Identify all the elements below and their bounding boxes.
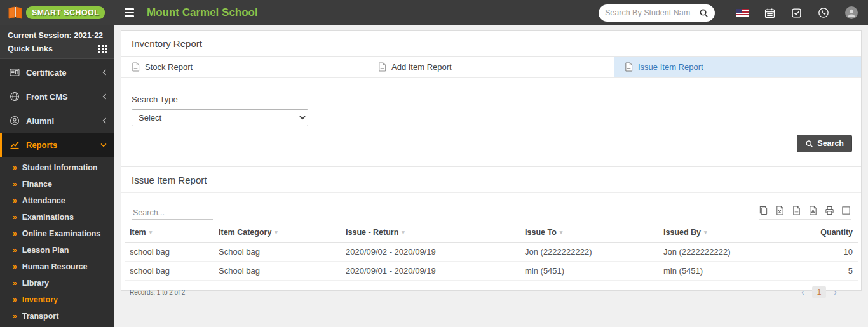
- cell-item-category: School bag: [214, 262, 341, 281]
- menu-label: Front CMS: [26, 92, 68, 102]
- search-icon: [805, 140, 813, 148]
- col-header-issue-return[interactable]: Issue - Return▾: [341, 222, 520, 243]
- double-arrow-icon: »: [13, 180, 17, 189]
- document-icon: [378, 62, 386, 72]
- tab-add-item-report[interactable]: Add Item Report: [368, 57, 614, 77]
- calendar-icon[interactable]: [764, 8, 775, 18]
- logo-brand: SMART SCHOOL: [26, 6, 105, 19]
- col-header-quantity[interactable]: Quantity: [785, 222, 858, 243]
- sidebar-subitem-online-examinations[interactable]: » Online Examinations: [0, 225, 114, 242]
- search-button[interactable]: Search: [797, 135, 852, 152]
- tab-label: Add Item Report: [391, 62, 452, 72]
- pagination-next[interactable]: ›: [834, 287, 837, 297]
- cell-quantity: 5: [785, 262, 858, 281]
- pagination-prev[interactable]: ‹: [801, 287, 804, 297]
- grid-icon: [98, 45, 107, 53]
- quick-links[interactable]: Quick Links: [8, 44, 107, 53]
- excel-icon[interactable]: [775, 206, 785, 215]
- search-icon[interactable]: [699, 8, 709, 18]
- chevron-down-icon: [100, 143, 107, 147]
- sidebar-item-front-cms[interactable]: Front CMS: [0, 84, 114, 109]
- chevron-left-icon: [102, 93, 107, 100]
- school-name: Mount Carmel School: [147, 6, 258, 19]
- cell-issue-to: min (5451): [520, 262, 658, 281]
- tab-stock-report[interactable]: Stock Report: [121, 57, 368, 77]
- globe-icon: [10, 91, 20, 102]
- cell-issued-by: Jon (2222222222): [658, 243, 785, 262]
- table-row[interactable]: school bag School bag 2020/09/02 - 2020/…: [125, 243, 858, 262]
- sidebar-subitem-student-information[interactable]: » Student Information: [0, 159, 114, 176]
- col-header-issued-by[interactable]: Issued By▾: [658, 222, 785, 243]
- table-row[interactable]: school bag School bag 2020/09/01 - 2020/…: [125, 262, 858, 281]
- sidebar-subitem-attendance[interactable]: » Attendance: [0, 192, 114, 209]
- pagination-page-1[interactable]: 1: [812, 286, 827, 298]
- section-title: Issue Item Report: [132, 175, 851, 185]
- table-header-row: Item▾ Item Category▾ Issue - Return▾ Iss…: [125, 222, 858, 243]
- logo-book-icon: [8, 6, 23, 20]
- sidebar: Current Session: 2021-22 Quick Links Cer…: [0, 25, 114, 327]
- double-arrow-icon: »: [13, 163, 17, 172]
- chevron-left-icon: [102, 69, 107, 76]
- table-toolbar: [121, 193, 861, 220]
- user-circle-icon: [10, 116, 20, 126]
- sidebar-item-certificate[interactable]: Certificate: [0, 60, 114, 84]
- profile-avatar[interactable]: [845, 6, 858, 19]
- student-search[interactable]: [599, 4, 715, 22]
- sidebar-item-reports[interactable]: Reports: [0, 133, 114, 157]
- document-icon: [625, 62, 633, 72]
- us-flag-icon[interactable]: [736, 9, 749, 17]
- search-button-label: Search: [817, 139, 844, 148]
- sort-caret-icon: ▾: [704, 229, 707, 236]
- tab-issue-item-report[interactable]: Issue Item Report: [614, 57, 861, 77]
- submenu-label: Lesson Plan: [22, 246, 69, 255]
- export-toolbar: [759, 206, 851, 220]
- table-search-input[interactable]: [132, 206, 213, 220]
- sidebar-subitem-library[interactable]: » Library: [0, 275, 114, 291]
- records-info: Records: 1 to 2 of 2: [130, 289, 185, 296]
- sidebar-item-alumni[interactable]: Alumni: [0, 109, 114, 133]
- submenu-label: Inventory: [22, 295, 58, 304]
- double-arrow-icon: »: [13, 246, 17, 255]
- submenu-label: Finance: [22, 180, 52, 189]
- sort-caret-icon: ▾: [149, 229, 153, 236]
- double-arrow-icon: »: [13, 295, 17, 304]
- col-header-item-category[interactable]: Item Category▾: [214, 222, 341, 243]
- double-arrow-icon: »: [13, 213, 17, 222]
- chevron-left-icon: [102, 117, 107, 124]
- sidebar-subitem-finance[interactable]: » Finance: [0, 176, 114, 192]
- csv-icon[interactable]: [792, 206, 801, 215]
- pdf-icon[interactable]: [808, 206, 818, 215]
- issue-item-table: Item▾ Item Category▾ Issue - Return▾ Iss…: [125, 222, 858, 281]
- whatsapp-icon[interactable]: [818, 7, 829, 18]
- double-arrow-icon: »: [13, 279, 17, 288]
- menu-toggle-icon[interactable]: [125, 8, 134, 17]
- columns-icon[interactable]: [841, 206, 851, 215]
- col-header-item[interactable]: Item▾: [125, 222, 214, 243]
- app-logo[interactable]: SMART SCHOOL: [0, 6, 114, 20]
- copy-icon[interactable]: [759, 206, 768, 215]
- menu-label: Certificate: [26, 68, 67, 77]
- sidebar-subitem-inventory[interactable]: » Inventory: [0, 291, 114, 308]
- tasks-icon[interactable]: [791, 8, 802, 18]
- quick-links-label: Quick Links: [8, 44, 53, 53]
- double-arrow-icon: »: [13, 229, 17, 238]
- print-icon[interactable]: [825, 206, 834, 215]
- sidebar-subitem-examinations[interactable]: » Examinations: [0, 209, 114, 225]
- inventory-report-card: Inventory Report Stock Report Add Item R…: [121, 30, 862, 291]
- tab-label: Issue Item Report: [638, 62, 703, 72]
- double-arrow-icon: »: [13, 262, 17, 271]
- cell-item: school bag: [125, 243, 214, 262]
- cell-issue-to: Jon (2222222222): [520, 243, 658, 262]
- sidebar-subitem-transport[interactable]: » Transport: [0, 308, 114, 324]
- search-type-select[interactable]: Select: [132, 109, 308, 126]
- sidebar-subitem-lesson-plan[interactable]: » Lesson Plan: [0, 242, 114, 258]
- topbar-actions: [599, 4, 868, 22]
- double-arrow-icon: »: [13, 196, 17, 205]
- search-type-label: Search Type: [132, 95, 851, 104]
- pagination: ‹ 1 ›: [801, 286, 855, 298]
- col-header-issue-to[interactable]: Issue To▾: [520, 222, 658, 243]
- chart-line-icon: [10, 140, 20, 150]
- sidebar-menu: Certificate Front CMS Alumni: [0, 59, 114, 324]
- sidebar-subitem-human-resource[interactable]: » Human Resource: [0, 258, 114, 275]
- student-search-input[interactable]: [605, 8, 699, 17]
